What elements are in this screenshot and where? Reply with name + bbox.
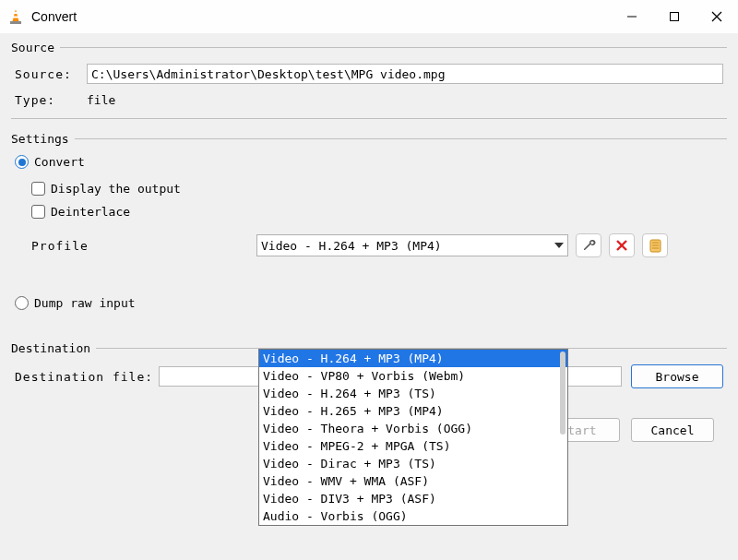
scrollbar-thumb[interactable] xyxy=(560,351,565,435)
profile-combobox[interactable]: Video - H.264 + MP3 (MP4) xyxy=(256,234,568,256)
deinterlace-label: Deinterlace xyxy=(51,205,130,219)
cancel-button[interactable]: Cancel xyxy=(631,418,714,442)
profile-dropdown-list[interactable]: Video - H.264 + MP3 (MP4) Video - VP80 +… xyxy=(258,349,568,526)
convert-label: Convert xyxy=(34,155,85,169)
source-path-input[interactable] xyxy=(87,64,723,84)
settings-group: Settings Convert Display the output Dein… xyxy=(11,132,727,328)
new-doc-icon xyxy=(649,239,662,253)
profile-option[interactable]: Video - VP80 + Vorbis (Webm) xyxy=(259,367,567,385)
svg-rect-3 xyxy=(10,21,21,24)
settings-legend: Settings xyxy=(11,132,75,146)
display-output-checkbox[interactable]: Display the output xyxy=(31,182,723,196)
browse-button[interactable]: Browse xyxy=(631,364,723,388)
convert-radio[interactable]: Convert xyxy=(15,155,723,169)
svg-rect-2 xyxy=(13,17,19,18)
profile-option[interactable]: Audio - Vorbis (OGG) xyxy=(259,507,567,525)
checkbox-icon xyxy=(31,182,45,196)
profile-option[interactable]: Video - WMV + WMA (ASF) xyxy=(259,472,567,490)
edit-profile-button[interactable] xyxy=(576,233,601,257)
destination-label: Destination file: xyxy=(15,370,153,384)
chevron-down-icon xyxy=(554,243,564,248)
profile-selected-text: Video - H.264 + MP3 (MP4) xyxy=(261,239,442,253)
destination-legend: Destination xyxy=(11,341,96,355)
checkbox-icon xyxy=(31,205,45,219)
profile-option[interactable]: Video - H.264 + MP3 (MP4) xyxy=(259,350,567,367)
display-output-label: Display the output xyxy=(51,182,181,196)
type-value: file xyxy=(87,93,115,107)
window-title: Convert xyxy=(31,9,611,24)
svg-marker-0 xyxy=(13,9,19,21)
profile-option[interactable]: Video - Dirac + MP3 (TS) xyxy=(259,455,567,472)
minimize-button[interactable] xyxy=(611,0,653,33)
new-profile-button[interactable] xyxy=(642,233,668,257)
close-button[interactable] xyxy=(696,0,738,33)
delete-profile-button[interactable] xyxy=(609,233,635,257)
profile-option[interactable]: Video - MPEG-2 + MPGA (TS) xyxy=(259,437,567,455)
profile-option[interactable]: Video - DIV3 + MP3 (ASF) xyxy=(259,490,567,507)
deinterlace-checkbox[interactable]: Deinterlace xyxy=(31,205,723,219)
type-label: Type: xyxy=(15,93,87,107)
profile-option[interactable]: Video - H.265 + MP3 (MP4) xyxy=(259,402,567,420)
radio-icon xyxy=(15,155,29,169)
source-label: Source: xyxy=(15,67,87,81)
svg-rect-1 xyxy=(13,12,18,14)
source-legend: Source xyxy=(11,41,60,54)
source-group: Source Source: Type: file xyxy=(11,41,727,119)
wrench-icon xyxy=(581,238,596,253)
dump-raw-radio[interactable]: Dump raw input xyxy=(15,296,723,310)
radio-icon xyxy=(15,296,29,310)
profile-option[interactable]: Video - H.264 + MP3 (TS) xyxy=(259,385,567,402)
vlc-cone-icon xyxy=(7,8,24,25)
svg-rect-5 xyxy=(671,13,679,21)
x-icon xyxy=(615,239,628,252)
title-bar: Convert xyxy=(0,0,738,33)
dump-raw-label: Dump raw input xyxy=(34,296,136,310)
profile-label: Profile xyxy=(31,239,256,253)
maximize-button[interactable] xyxy=(653,0,696,33)
profile-option[interactable]: Video - Theora + Vorbis (OGG) xyxy=(259,420,567,437)
